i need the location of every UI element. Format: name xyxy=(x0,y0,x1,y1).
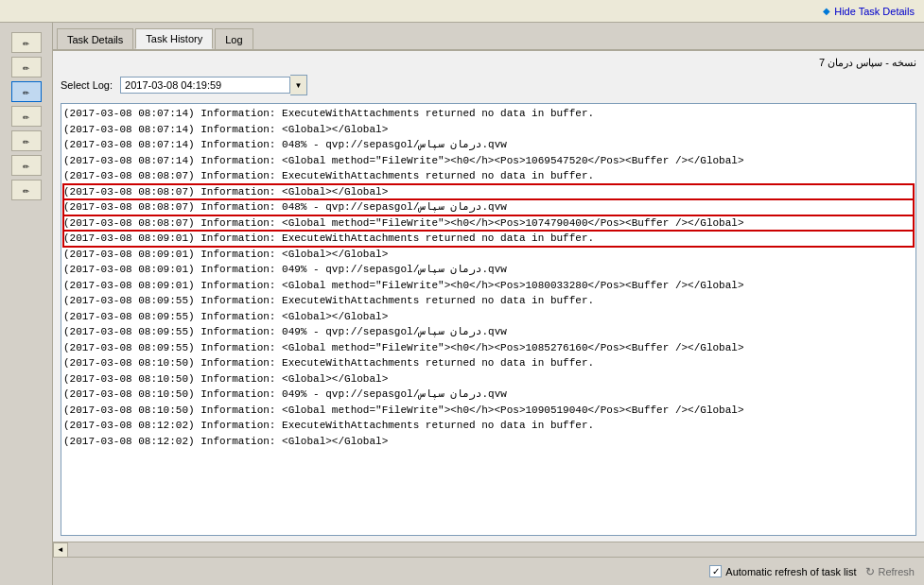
log-select-input[interactable] xyxy=(120,77,290,94)
sidebar-icon-2[interactable]: ✏ xyxy=(11,57,42,77)
hide-task-details-link[interactable]: ◆ Hide Task Details xyxy=(823,6,915,17)
log-line: (2017-03-08 08:09:01) Information: <Glob… xyxy=(63,247,914,263)
log-line: (2017-03-08 08:09:55) Information: <Glob… xyxy=(63,309,914,325)
log-line: (2017-03-08 08:09:55) Information: Execu… xyxy=(63,293,914,309)
log-area: نسخه - سپاس درمان 7 Select Log: ▼ (2017-… xyxy=(53,51,924,542)
sidebar-icon-6[interactable]: ✏ xyxy=(11,155,42,176)
log-line: (2017-03-08 08:09:01) Information: <Glob… xyxy=(63,278,914,294)
log-scroll-area[interactable]: (2017-03-08 08:07:14) Information: Execu… xyxy=(61,103,916,536)
log-line: (2017-03-08 08:07:14) Information: 048% … xyxy=(63,137,914,153)
log-line: (2017-03-08 08:08:07) Information: 048% … xyxy=(63,199,914,215)
log-line: (2017-03-08 08:12:02) Information: <Glob… xyxy=(63,434,914,450)
log-line: (2017-03-08 08:08:07) Information: <Glob… xyxy=(63,215,914,232)
sidebar-icon-1[interactable]: ✏ xyxy=(11,32,42,53)
top-bar: ◆ Hide Task Details xyxy=(0,0,924,23)
tab-task-details[interactable]: Task Details xyxy=(57,28,133,49)
version-label: نسخه - سپاس درمان 7 xyxy=(61,57,916,69)
diamond-icon: ◆ xyxy=(823,6,830,16)
tab-log[interactable]: Log xyxy=(215,28,253,49)
h-scroll-left-button[interactable]: ◄ xyxy=(53,542,68,558)
log-line: (2017-03-08 08:09:55) Information: 049% … xyxy=(63,324,914,340)
refresh-button[interactable]: ↻ Refresh xyxy=(865,565,915,578)
main-area: ✏ ✏ ✏ ✏ ✏ ✏ ✏ Task Details Task History … xyxy=(0,23,924,585)
refresh-icon: ↻ xyxy=(865,565,875,578)
log-line: (2017-03-08 08:09:01) Information: Execu… xyxy=(63,231,914,247)
log-line: (2017-03-08 08:12:02) Information: Execu… xyxy=(63,418,914,434)
log-line: (2017-03-08 08:07:14) Information: <Glob… xyxy=(63,153,914,169)
bottom-bar: ✓ Automatic refresh of task list ↻ Refre… xyxy=(53,557,924,585)
tab-task-history[interactable]: Task History xyxy=(135,28,213,49)
log-line: (2017-03-08 08:10:50) Information: Execu… xyxy=(63,355,914,371)
select-log-row: Select Log: ▼ xyxy=(61,75,916,95)
log-line: (2017-03-08 08:08:07) Information: Execu… xyxy=(63,168,914,184)
log-line: (2017-03-08 08:07:14) Information: Execu… xyxy=(63,106,914,122)
tab-bar: Task Details Task History Log xyxy=(53,23,924,51)
sidebar-icon-7[interactable]: ✏ xyxy=(11,180,42,200)
sidebar-icon-3[interactable]: ✏ xyxy=(11,81,42,102)
auto-refresh-container: ✓ Automatic refresh of task list xyxy=(709,565,856,577)
sidebar-icon-4[interactable]: ✏ xyxy=(11,106,42,127)
log-line: (2017-03-08 08:09:01) Information: 049% … xyxy=(63,262,914,278)
h-scroll-track xyxy=(68,542,924,558)
hide-task-details-label: Hide Task Details xyxy=(834,6,915,17)
log-line: (2017-03-08 08:08:07) Information: <Glob… xyxy=(63,184,914,200)
select-log-label: Select Log: xyxy=(61,79,113,91)
log-line: (2017-03-08 08:07:14) Information: <Glob… xyxy=(63,122,914,138)
auto-refresh-label: Automatic refresh of task list xyxy=(725,566,856,577)
select-dropdown-button[interactable]: ▼ xyxy=(290,75,307,95)
log-line: (2017-03-08 08:10:50) Information: <Glob… xyxy=(63,403,914,419)
sidebar: ✏ ✏ ✏ ✏ ✏ ✏ ✏ xyxy=(0,23,53,585)
log-line: (2017-03-08 08:09:55) Information: <Glob… xyxy=(63,340,914,356)
log-line: (2017-03-08 08:10:50) Information: 049% … xyxy=(63,387,914,403)
log-line: (2017-03-08 08:10:50) Information: <Glob… xyxy=(63,371,914,387)
content-panel: Task Details Task History Log نسخه - سپا… xyxy=(53,23,924,585)
sidebar-icon-5[interactable]: ✏ xyxy=(11,130,42,151)
auto-refresh-checkbox[interactable]: ✓ xyxy=(709,565,722,577)
refresh-label: Refresh xyxy=(878,566,915,577)
h-scroll-area: ◄ xyxy=(53,542,924,557)
select-wrapper: ▼ xyxy=(120,75,307,95)
